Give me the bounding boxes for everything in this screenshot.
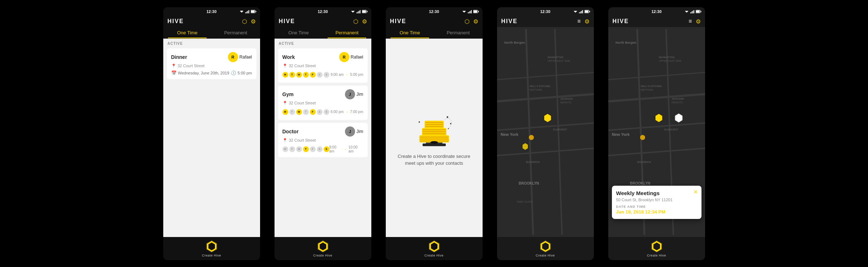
- list-icon-5[interactable]: ≡: [688, 18, 692, 25]
- work-footer: M T W T F S S 9:00 am → 5:00 pm: [282, 70, 363, 79]
- svg-text:MIDTOWN: MIDTOWN: [530, 88, 542, 91]
- svg-point-43: [430, 141, 438, 143]
- svg-text:ELMHURST: ELMHURST: [553, 128, 567, 130]
- day-T2-doc: T: [303, 146, 309, 152]
- bottom-bar-1[interactable]: Create Hive: [163, 237, 260, 260]
- hive-item-dinner[interactable]: Dinner R Rafael 📍 32 Court Street 📅 Wedn…: [167, 48, 256, 79]
- status-time-1: 12:30: [206, 9, 216, 14]
- gear-icon-5[interactable]: ⚙: [696, 18, 701, 25]
- svg-point-47: [418, 121, 420, 122]
- gear-icon-1[interactable]: ⚙: [251, 18, 256, 25]
- tab-onetime-1[interactable]: One Time: [163, 27, 212, 38]
- day-S-doc: S: [317, 146, 323, 152]
- create-hive-icon-1: [205, 240, 218, 253]
- svg-rect-36: [422, 129, 445, 130]
- svg-rect-29: [422, 143, 445, 146]
- svg-rect-12: [357, 12, 357, 13]
- gear-icon-3[interactable]: ⚙: [473, 18, 478, 25]
- screen-3: 12:30 HIVE ⬡ ⚙ One Time Permanent: [386, 7, 483, 260]
- work-days: M T W T F S S: [282, 72, 329, 78]
- top-bar-icons-1: ⬡ ⚙: [242, 18, 256, 25]
- hive-item-doctor[interactable]: Doctor J Jim 📍 32 Court Street M T W T: [278, 123, 368, 157]
- avatar-doctor: J: [345, 126, 355, 137]
- pin-icon-work: 📍: [282, 64, 288, 68]
- top-bar-icons-2: ⬡ ⚙: [353, 18, 367, 25]
- assignee-name-gym: Jim: [357, 92, 363, 97]
- svg-text:UPPER EAST SIDE: UPPER EAST SIDE: [548, 59, 570, 62]
- svg-point-110: [640, 135, 645, 140]
- tab-permanent-3[interactable]: Permanent: [434, 27, 483, 38]
- status-icons-4: [573, 10, 590, 13]
- day-M-work: M: [282, 72, 288, 78]
- map-5: North Bergen MANHATTAN UPPER EAST SIDE H…: [608, 27, 705, 237]
- location-dinner: 📍 32 Court Street: [171, 64, 252, 68]
- wifi-icon-2: [350, 10, 355, 13]
- top-bar-icons-5: ≡ ⚙: [688, 18, 700, 25]
- bell-icon-2[interactable]: ⬡: [353, 18, 358, 25]
- bottom-bar-5[interactable]: Create Hive: [608, 237, 705, 260]
- bell-icon-3[interactable]: ⬡: [465, 18, 470, 25]
- create-hive-label-2: Create Hive: [313, 254, 332, 257]
- bottom-bar-3[interactable]: Create Hive: [386, 237, 483, 260]
- tab-onetime-3[interactable]: One Time: [386, 27, 434, 38]
- work-timerange: 9:00 am → 5:00 pm: [331, 73, 363, 77]
- status-icons-5: [684, 10, 701, 13]
- status-bar-5: 12:30: [608, 7, 705, 16]
- list-icon-4[interactable]: ≡: [577, 18, 580, 25]
- svg-rect-24: [470, 11, 471, 13]
- bottom-bar-4[interactable]: Create Hive: [497, 237, 594, 260]
- location-work: 📍 32 Court Street: [282, 64, 363, 68]
- create-hive-label-1: Create Hive: [202, 254, 221, 257]
- gear-icon-2[interactable]: ⚙: [362, 18, 367, 25]
- app-logo-2: HIVE: [279, 18, 295, 25]
- svg-rect-41: [425, 124, 443, 125]
- hive-item-gym[interactable]: Gym J Jim 📍 32 Court Street M T W T: [278, 86, 368, 120]
- svg-rect-4: [247, 11, 248, 13]
- tab-permanent-1[interactable]: Permanent: [212, 27, 260, 38]
- bottom-bar-2[interactable]: Create Hive: [275, 237, 371, 260]
- active-label-2: ACTIVE: [275, 39, 371, 47]
- avatar-gym: J: [345, 89, 355, 99]
- status-time-5: 12:30: [651, 9, 661, 14]
- svg-marker-21: [462, 11, 466, 13]
- popup-close-button[interactable]: ✕: [693, 189, 698, 195]
- svg-rect-53: [581, 11, 582, 13]
- svg-rect-86: [694, 10, 694, 13]
- tab-permanent-2[interactable]: Permanent: [323, 27, 371, 38]
- svg-rect-28: [474, 10, 477, 13]
- create-hive-icon-4: [539, 240, 552, 253]
- svg-text:MANHATTAN: MANHATTAN: [548, 56, 563, 58]
- create-hive-icon-2: [316, 240, 329, 253]
- svg-rect-15: [360, 10, 360, 13]
- screen-4: 12:30 HIVE ≡ ⚙: [497, 7, 594, 260]
- assignee-name-work: Rafael: [351, 55, 363, 60]
- empty-state-text: Create a Hive to coordinate secure meet …: [393, 153, 475, 167]
- svg-rect-88: [700, 11, 701, 12]
- tab-onetime-2[interactable]: One Time: [275, 27, 323, 38]
- popup-title: Weekly Meetings: [616, 190, 697, 196]
- svg-text:North Bergen: North Bergen: [616, 40, 636, 44]
- hive-item-work[interactable]: Work R Rafael 📍 32 Court Street M T W: [278, 48, 368, 83]
- svg-rect-57: [585, 10, 588, 13]
- bell-icon-1[interactable]: ⬡: [242, 18, 247, 25]
- svg-text:JACKSON: JACKSON: [671, 97, 684, 100]
- gear-icon-4[interactable]: ⚙: [584, 18, 590, 25]
- top-bar-2: HIVE ⬡ ⚙: [275, 16, 371, 27]
- footer-dinner: 📅 Wednesday, June 20th, 2019 🕔 5:00 pm: [171, 70, 252, 76]
- wifi-icon-3: [462, 10, 467, 13]
- gym-footer: M T W T F S S 6:00 pm → 7:00 pm: [282, 108, 363, 116]
- svg-rect-18: [362, 10, 366, 13]
- day-F-gym: F: [310, 109, 316, 115]
- wifi-icon: [239, 10, 244, 13]
- svg-rect-54: [582, 10, 583, 13]
- svg-rect-5: [249, 10, 249, 13]
- svg-text:JACKSON: JACKSON: [560, 97, 573, 100]
- create-hive-icon-5: [650, 240, 663, 253]
- battery-icon: [251, 10, 256, 13]
- top-bar-3: HIVE ⬡ ⚙: [386, 16, 483, 27]
- status-bar-3: 12:30: [386, 7, 483, 16]
- hive-item-title-work: Work: [282, 54, 295, 60]
- svg-text:BROOKLYN: BROOKLYN: [630, 181, 650, 185]
- svg-marker-50: [574, 11, 577, 13]
- popup-address: 50 Court St, Brooklyn NY 11201: [616, 198, 697, 202]
